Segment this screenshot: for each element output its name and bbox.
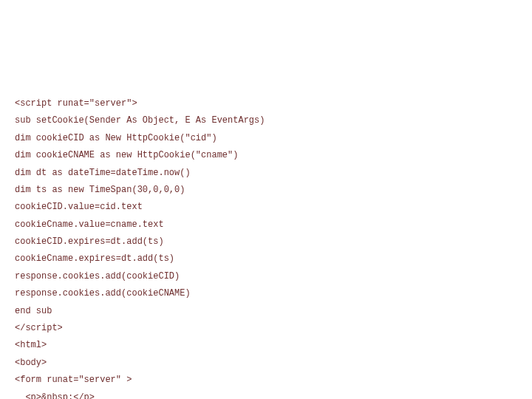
code-listing: <script runat="server"> sub setCookie(Se… xyxy=(15,78,517,399)
code-line: <script runat="server"> xyxy=(15,98,137,109)
code-line: dim cookieCNAME as new HttpCookie("cname… xyxy=(15,150,238,160)
code-line: dim ts as new TimeSpan(30,0,0,0) xyxy=(15,185,185,195)
code-line: end sub xyxy=(15,306,52,316)
code-line: cookieCID.expires=dt.add(ts) xyxy=(15,236,164,247)
code-line: dim dt as dateTime=dateTime.now() xyxy=(15,168,191,178)
code-line: response.cookies.add(cookieCID) xyxy=(15,271,180,282)
code-line: <body> xyxy=(15,358,47,368)
code-line: dim cookieCID as New HttpCookie("cid") xyxy=(15,133,217,143)
code-line: response.cookies.add(cookieCNAME) xyxy=(15,288,191,299)
code-line: cookieCID.value=cid.text xyxy=(15,202,143,212)
code-line: cookieCname.expires=dt.add(ts) xyxy=(15,253,174,264)
code-line: sub setCookie(Sender As Object, E As Eve… xyxy=(15,115,265,126)
code-line: <html> xyxy=(15,340,47,350)
code-line: <p>&nbsp;</p> xyxy=(15,392,95,399)
code-line: </script> xyxy=(15,323,63,333)
code-line: cookieCname.value=cname.text xyxy=(15,219,164,230)
code-line: <form runat="server" > xyxy=(15,375,132,385)
